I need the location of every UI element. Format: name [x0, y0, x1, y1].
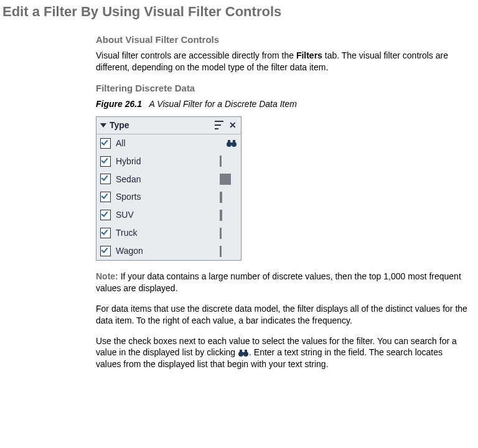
- filter-row-label: Hybrid: [116, 156, 220, 167]
- frequency-bar-wrap: [220, 174, 237, 185]
- filter-row-label: SUV: [116, 209, 220, 221]
- frequency-bar: [220, 156, 222, 167]
- checkbox[interactable]: [100, 192, 111, 202]
- frequency-bar-wrap: [220, 210, 237, 221]
- checkbox[interactable]: [100, 228, 111, 238]
- frequency-bar: [220, 192, 222, 203]
- filter-panel: Type ✕ AllHybridSedanSportsSUVTruckWagon: [96, 116, 241, 261]
- figure-label: Figure 26.1: [96, 99, 142, 109]
- figure-caption: Figure 26.1 A Visual Filter for a Discre…: [96, 98, 469, 110]
- content-area: About Visual Filter Controls Visual filt…: [96, 34, 469, 371]
- heading-discrete: Filtering Discrete Data: [96, 82, 469, 95]
- filter-rows-container: AllHybridSedanSportsSUVTruckWagon: [96, 134, 241, 260]
- frequency-bar-wrap: [220, 192, 237, 203]
- note-paragraph: Note: If your data contains a large numb…: [96, 271, 469, 294]
- filter-row[interactable]: Truck: [96, 224, 241, 242]
- filter-row[interactable]: Sports: [96, 188, 241, 206]
- close-icon[interactable]: ✕: [228, 121, 237, 129]
- svg-rect-4: [233, 140, 235, 142]
- checkbox[interactable]: [100, 246, 111, 256]
- binoculars-icon: [238, 348, 249, 357]
- filter-row-label: Sedan: [116, 174, 220, 185]
- filter-row-label: All: [116, 138, 226, 149]
- note-label: Note:: [96, 271, 118, 281]
- filter-row-label: Truck: [116, 227, 220, 239]
- frequency-bar-wrap: [220, 156, 237, 167]
- heading-about: About Visual Filter Controls: [96, 34, 469, 46]
- frequency-bar: [220, 210, 222, 221]
- checkbox[interactable]: [100, 174, 111, 184]
- checkbox[interactable]: [100, 210, 111, 220]
- frequency-bar: [220, 174, 231, 185]
- filter-row[interactable]: Wagon: [96, 242, 241, 260]
- checkbox[interactable]: [100, 138, 111, 149]
- page-title: Edit a Filter By Using Visual Filter Con…: [2, 2, 472, 21]
- filter-panel-header[interactable]: Type ✕: [96, 117, 241, 134]
- frequency-bar: [220, 246, 222, 257]
- filter-title: Type: [110, 119, 215, 131]
- discrete-para-3: Use the check boxes next to each value t…: [96, 335, 469, 371]
- svg-rect-9: [245, 350, 247, 352]
- about-paragraph: Visual filter controls are accessible di…: [96, 50, 469, 73]
- svg-rect-2: [230, 142, 233, 144]
- discrete-para-2: For data items that use the discrete dat…: [96, 303, 469, 327]
- svg-rect-8: [240, 350, 242, 352]
- filter-row[interactable]: Sedan: [96, 170, 241, 189]
- filter-row-label: Sports: [116, 191, 220, 203]
- frequency-bar-wrap: [220, 246, 237, 257]
- sort-icon[interactable]: [215, 121, 223, 129]
- svg-rect-3: [228, 140, 230, 142]
- filter-row[interactable]: All: [96, 134, 241, 152]
- svg-rect-7: [241, 352, 245, 354]
- figure-title: A Visual Filter for a Discrete Data Item: [149, 99, 297, 109]
- checkbox[interactable]: [100, 156, 111, 167]
- filter-row-label: Wagon: [116, 245, 220, 257]
- frequency-bar-wrap: [220, 228, 237, 239]
- note-text: If your data contains a large number of …: [96, 271, 461, 293]
- binoculars-icon[interactable]: [226, 139, 237, 147]
- about-text-before: Visual filter controls are accessible di…: [96, 50, 296, 60]
- caret-down-icon[interactable]: [100, 123, 106, 128]
- filters-tab-word: Filters: [296, 50, 322, 60]
- frequency-bar: [220, 228, 222, 239]
- filter-row[interactable]: Hybrid: [96, 152, 241, 170]
- filter-row[interactable]: SUV: [96, 206, 241, 224]
